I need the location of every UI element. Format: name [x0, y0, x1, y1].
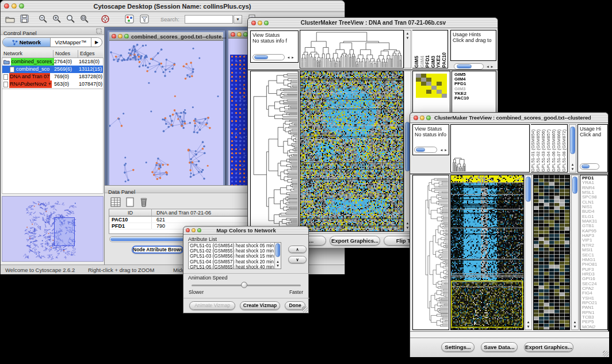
zoom-button[interactable] [264, 21, 269, 25]
overview-thumbnail[interactable] [9, 198, 95, 260]
network-overview-panel[interactable] [2, 196, 104, 262]
scroll-arrows[interactable]: ◄ ► [286, 56, 294, 59]
new-attribute-icon[interactable] [125, 197, 135, 207]
delete-attribute-icon[interactable] [139, 197, 148, 207]
export-graphics-button[interactable]: Export Graphics... [330, 236, 380, 246]
scrollbar-thumb[interactable] [457, 64, 472, 68]
close-button[interactable] [414, 116, 418, 120]
attribute-list-item[interactable]: GPL51-01 (GSM854) heat shock 05 min [190, 243, 281, 248]
zoom-button[interactable] [19, 3, 24, 9]
scrollbar-thumb[interactable] [572, 177, 577, 194]
close-button[interactable] [4, 3, 9, 9]
minimize-button[interactable] [192, 228, 196, 232]
tv2-usage-scrollbar[interactable] [580, 163, 599, 170]
search-dropdown-button[interactable]: ▼ [234, 15, 242, 24]
vizmapper-icon[interactable] [125, 14, 134, 24]
row-dendrogram[interactable] [251, 71, 298, 231]
dialog-titlebar[interactable]: Map Colors to Network [183, 227, 308, 235]
save-icon[interactable] [20, 14, 29, 23]
scrollbar-thumb[interactable] [570, 127, 575, 154]
id-column-header[interactable]: ID [109, 209, 152, 216]
network-table-row[interactable]: combined_scores_2764(0)16218(0) [2, 58, 103, 66]
network-table-row[interactable]: RNAPuberNov2 +563(0)107847(0) [2, 81, 103, 88]
dense-network-view[interactable] [230, 55, 248, 185]
attribute-list-item[interactable]: GPL51-02 (GSM855) heat shock 10 min [190, 248, 281, 254]
minimize-button[interactable] [118, 34, 123, 39]
scroll-arrows[interactable]: ◄ ► [486, 65, 494, 68]
network-table-row[interactable]: DNA and Tran 07769(0)183728(0) [2, 73, 103, 81]
tv1-status-scrollbar[interactable] [253, 54, 285, 60]
zoom-button[interactable] [124, 34, 129, 39]
tv1-row-dendrogram-panel[interactable] [250, 71, 299, 232]
network-table-row[interactable]: combined_sco2569(6)13112(15) [2, 66, 103, 73]
row-dendrogram[interactable] [413, 175, 449, 329]
tv2-heatmap-vscrollbar[interactable]: ▲▼ [525, 175, 532, 330]
zoom-in-icon[interactable] [52, 14, 62, 24]
attribute-list-item[interactable]: GPL51-04 (GSM857) heat shock 20 min [190, 259, 281, 265]
move-down-button[interactable]: ∨ [288, 256, 307, 263]
tv2-column-dendrogram-panel[interactable] [450, 124, 530, 173]
filter-icon[interactable] [140, 14, 149, 24]
attribute-listbox[interactable]: GPL51-01 (GSM854) heat shock 05 minGPL51… [188, 242, 281, 269]
main-titlebar[interactable]: Cytoscape Desktop (Session Name: collins… [1, 1, 345, 12]
tv2-hscroll-strip[interactable] [410, 331, 609, 338]
search-input[interactable] [185, 15, 233, 24]
open-folder-icon[interactable] [5, 15, 15, 24]
similarity-matrix[interactable] [416, 74, 447, 98]
treeview-combined-titlebar[interactable]: ClusterMaker TreeView : combined_scores_… [410, 113, 608, 123]
node-attribute-browser-tab[interactable]: Node Attribute Brows [132, 246, 183, 254]
heatmap-canvas[interactable] [451, 175, 523, 329]
tv2-heatmap-panel[interactable] [450, 175, 524, 330]
tab-more-arrow[interactable]: ▶ [91, 38, 102, 47]
attribute-list-scrollbar[interactable]: ▲▼ [274, 243, 281, 269]
tv2-top-vscrollbar[interactable]: ▲▼ [569, 124, 576, 173]
scrollbar-thumb[interactable] [416, 148, 425, 152]
scrollbar-thumb[interactable] [582, 164, 590, 168]
tab-network[interactable]: Network [3, 38, 51, 47]
scroll-arrows[interactable]: ◄ ► [439, 148, 447, 152]
export-graphics-button[interactable]: Export Graphics... [524, 342, 573, 352]
column-dendrogram[interactable] [300, 30, 403, 68]
minimize-button[interactable] [12, 3, 17, 9]
help-ring-icon[interactable] [101, 14, 110, 24]
zoom-fit-icon[interactable] [66, 14, 75, 24]
resize-grip[interactable] [603, 351, 609, 357]
create-vizmap-button[interactable]: Create Vizmap [240, 301, 280, 310]
close-button[interactable] [186, 228, 190, 232]
network-canvas[interactable] [109, 41, 222, 185]
close-button[interactable] [112, 34, 116, 39]
column-dendrogram[interactable] [451, 125, 529, 172]
attribute-list-item[interactable]: GPL51-06 (GSM865) heat shock 40 min [190, 265, 281, 269]
tab-vizmapper[interactable]: VizMapper™ [51, 38, 91, 47]
move-up-button[interactable]: ∧ [288, 246, 307, 253]
slider-thumb[interactable] [241, 282, 247, 288]
zoom-button[interactable] [426, 116, 431, 120]
overview-selection-rect[interactable] [54, 217, 75, 246]
treeview-dna-titlebar[interactable]: ClusterMaker TreeView : DNA and Tran 07-… [248, 18, 498, 28]
tv1-top-scroll-strip[interactable]: ▲▼ [404, 30, 411, 68]
tv2-zoom-vscrollbar[interactable]: ▲▼ [571, 175, 579, 330]
animation-speed-slider[interactable] [192, 285, 301, 286]
attribute-table-icon[interactable] [110, 197, 121, 207]
tv2-status-scrollbar[interactable] [414, 147, 437, 153]
tv2-row-dendrogram-panel[interactable] [412, 175, 449, 330]
scrollbar-thumb[interactable] [276, 243, 280, 257]
zoom-button[interactable] [197, 228, 201, 232]
heatmap-canvas[interactable] [300, 71, 403, 231]
close-button[interactable] [251, 21, 256, 25]
scrollbar-thumb[interactable] [526, 177, 531, 202]
close-button[interactable] [231, 32, 235, 37]
network-view-window[interactable]: combined_scores_good.txt--cluste... [108, 30, 225, 185]
animate-vizmap-button[interactable]: Animate Vizmap [189, 301, 235, 310]
zoom-selected-icon[interactable] [80, 14, 89, 24]
zoom-heatmap-canvas[interactable] [534, 175, 569, 329]
tv1-heatmap-panel[interactable] [300, 71, 404, 232]
settings-button[interactable]: Settings... [441, 342, 475, 352]
scrollbar-thumb[interactable] [254, 55, 268, 59]
save-data-button[interactable]: Save Data... [481, 342, 518, 352]
minimize-button[interactable] [420, 116, 424, 120]
resize-grip[interactable] [302, 306, 308, 312]
zoom-out-icon[interactable] [39, 14, 48, 24]
tv1-usage-scrollbar[interactable] [454, 63, 484, 70]
tv2-zoom-heatmap-panel[interactable] [533, 175, 570, 330]
